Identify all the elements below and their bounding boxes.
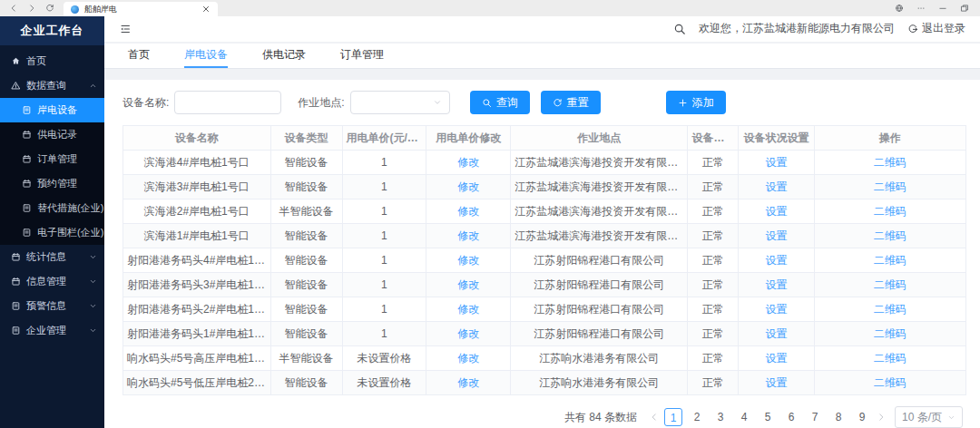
- page-7[interactable]: 7: [806, 408, 824, 426]
- status-set-link[interactable]: 设置: [765, 303, 787, 316]
- app-title: 企业工作台: [0, 16, 104, 45]
- calendar-icon: [22, 154, 32, 164]
- globe-icon[interactable]: [895, 4, 904, 13]
- page-3[interactable]: 3: [711, 408, 730, 426]
- qrcode-link[interactable]: 二维码: [874, 376, 906, 389]
- more-icon[interactable]: [916, 4, 926, 13]
- forward-icon[interactable]: [877, 413, 886, 422]
- browser-window-buttons: [884, 4, 980, 13]
- sidebar-item-info-management[interactable]: 信息管理: [0, 269, 104, 294]
- modify-link[interactable]: 修改: [457, 278, 479, 291]
- sidebar-subitem-alternative-measures[interactable]: 替代措施(企业): [0, 196, 104, 220]
- qrcode-link[interactable]: 二维码: [874, 303, 906, 316]
- modify-link[interactable]: 修改: [457, 376, 479, 389]
- modify-link[interactable]: 修改: [457, 254, 479, 267]
- sidebar-item-statistics-info[interactable]: 统计信息: [0, 245, 104, 269]
- close-icon[interactable]: [201, 5, 211, 14]
- unit-price-cell: 1: [342, 199, 426, 224]
- qrcode-link[interactable]: 二维码: [874, 156, 906, 169]
- sidebar-item-label: 企业管理: [26, 324, 66, 337]
- restore-icon[interactable]: [960, 4, 969, 13]
- welcome-text: 欢迎您，江苏盐城港新能源电力有限公司: [699, 21, 895, 36]
- back-icon[interactable]: [9, 4, 18, 13]
- sidebar-item-enterprise-management[interactable]: 企业管理: [0, 318, 104, 343]
- modify-link[interactable]: 修改: [457, 352, 479, 365]
- qrcode-link[interactable]: 二维码: [874, 254, 906, 267]
- minimize-icon[interactable]: [938, 4, 947, 13]
- sidebar-subitem-order-management[interactable]: 订单管理: [0, 147, 104, 171]
- browser-tab-title: 船舶岸电: [84, 4, 196, 15]
- status-set-link[interactable]: 设置: [765, 327, 787, 340]
- tab-shore-power-device[interactable]: 岸电设备: [184, 44, 228, 69]
- tab-power-supply-record[interactable]: 供电记录: [262, 44, 306, 69]
- device-name-cell: 射阳港港务码头2#岸电桩1号口: [123, 297, 271, 322]
- status-set-link[interactable]: 设置: [765, 352, 787, 365]
- modify-link[interactable]: 修改: [457, 205, 479, 218]
- sidebar-subitem-power-supply-record[interactable]: 供电记录: [0, 122, 104, 147]
- device-name-cell: 射阳港港务码头1#岸电桩1号口: [123, 322, 271, 346]
- tab-home[interactable]: 首页: [128, 44, 150, 69]
- search-button[interactable]: 查询: [470, 91, 530, 114]
- unit-price-cell: 1: [342, 322, 426, 346]
- device-name-input[interactable]: [174, 91, 281, 114]
- table-header-row: 设备名称设备类型用电单价(元/kW-h)用电单价修改作业地点设备状况设备状况设置…: [123, 126, 966, 151]
- chevDown-icon: [89, 253, 97, 261]
- device-name-cell: 滨海港4#岸电桩1号口: [123, 151, 271, 175]
- sidebar-subitem-electronic-fence[interactable]: 电子围栏(企业): [0, 220, 104, 245]
- back-icon[interactable]: [650, 413, 659, 422]
- modify-link[interactable]: 修改: [457, 156, 479, 169]
- status-set-link[interactable]: 设置: [765, 376, 787, 389]
- browser-chrome: 船舶岸电: [0, 0, 980, 16]
- device-name-cell: 响水码头#5号高压岸电桩1号口: [123, 346, 271, 371]
- tab-order-management[interactable]: 订单管理: [340, 44, 384, 69]
- forward-icon[interactable]: [27, 4, 36, 13]
- reset-button[interactable]: 重置: [541, 91, 601, 114]
- page-5[interactable]: 5: [759, 408, 777, 426]
- browser-tab[interactable]: 船舶岸电: [64, 2, 218, 16]
- refresh-icon[interactable]: [45, 4, 54, 13]
- device-type-cell: 智能设备: [270, 175, 342, 199]
- search-icon[interactable]: [673, 23, 686, 35]
- column-header: 设备状况: [688, 126, 739, 151]
- device-icon: [22, 105, 32, 115]
- modify-link[interactable]: 修改: [457, 303, 479, 316]
- chevDown-icon: [433, 98, 442, 107]
- page-9[interactable]: 9: [853, 408, 871, 426]
- page-numbers: 123456789: [664, 408, 871, 426]
- page-size-select[interactable]: 10 条/页: [895, 406, 963, 428]
- page-1[interactable]: 1: [664, 408, 682, 426]
- chevDown-icon: [947, 413, 956, 422]
- modify-link[interactable]: 修改: [457, 327, 479, 340]
- sidebar-item-home[interactable]: 首页: [0, 49, 104, 73]
- status-set-link[interactable]: 设置: [765, 254, 787, 267]
- sidebar-subitem-reservation-management[interactable]: 预约管理: [0, 171, 104, 196]
- status-set-link[interactable]: 设置: [765, 278, 787, 291]
- page-2[interactable]: 2: [688, 408, 706, 426]
- qrcode-link[interactable]: 二维码: [874, 352, 906, 365]
- logout-button[interactable]: 退出登录: [907, 21, 965, 36]
- status-set-link[interactable]: 设置: [765, 180, 787, 193]
- qrcode-link[interactable]: 二维码: [874, 205, 906, 218]
- page-8[interactable]: 8: [829, 408, 848, 426]
- qrcode-link[interactable]: 二维码: [874, 180, 906, 193]
- page-4[interactable]: 4: [735, 408, 753, 426]
- status-cell: 正常: [688, 273, 739, 297]
- status-set-link[interactable]: 设置: [765, 205, 787, 218]
- location-select[interactable]: [350, 91, 450, 114]
- qrcode-link[interactable]: 二维码: [874, 229, 906, 242]
- sidebar-item-data-query[interactable]: 数据查询: [0, 73, 104, 98]
- sidebar-item-label: 统计信息: [26, 250, 66, 264]
- qrcode-link[interactable]: 二维码: [874, 278, 906, 291]
- collapse-icon[interactable]: [119, 23, 132, 35]
- status-set-link[interactable]: 设置: [765, 156, 787, 169]
- page-6[interactable]: 6: [782, 408, 800, 426]
- qrcode-link[interactable]: 二维码: [874, 327, 906, 340]
- logout-label: 退出登录: [922, 21, 965, 36]
- status-set-link[interactable]: 设置: [765, 229, 787, 242]
- add-button[interactable]: 添加: [666, 91, 726, 114]
- sidebar-subitem-shore-power-device[interactable]: 岸电设备: [0, 98, 104, 122]
- sidebar-item-warning-info[interactable]: 预警信息: [0, 294, 104, 318]
- modify-link[interactable]: 修改: [457, 229, 479, 242]
- modify-link[interactable]: 修改: [457, 180, 479, 193]
- chevDown-icon: [89, 302, 97, 310]
